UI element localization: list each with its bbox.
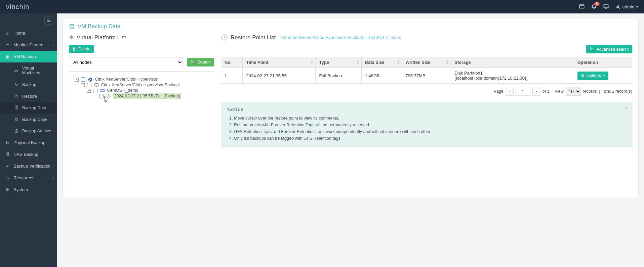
clock-icon [106,94,111,99]
sidebar-item-backup-copy[interactable]: ⧉Backup Copy‹ [0,114,57,125]
col-time[interactable]: Time Point▼ [243,57,316,68]
notice-panel: × Notice Move cursor over the restore po… [221,102,632,147]
notice-item: Move cursor over the restore point to vi… [234,115,626,122]
page-prev[interactable]: ‹ [506,87,514,96]
sort-icon: ▲▼ [356,60,359,65]
sort-icon: ▲▼ [446,60,449,65]
menu-icon: ⧉ [13,117,19,122]
platform-tree: − Citrix XenServer/Citrix Hypervisor − [69,71,214,192]
menu-icon: ↻ [13,82,19,87]
notifications-icon[interactable]: 5 [591,4,597,10]
svg-point-5 [617,5,618,7]
tree-checkbox[interactable] [99,94,104,98]
chevron-down-icon: ▾ [636,5,638,9]
topbar: vinchin 5 admin ▾ [0,0,644,13]
brand-logo: vinchin [6,3,29,11]
menu-icon: ▭ [5,42,10,47]
menu-icon: ✔ [5,164,10,169]
options-button[interactable]: ⚙Options▾ [577,72,608,80]
svg-rect-0 [579,5,584,8]
search-button[interactable]: 🔍Search [187,58,214,66]
page-title: VM Backup Data [69,23,632,30]
restore-point-title: 🕑Restore Point List Citrix XenServer/Cit… [221,34,632,41]
chevron-icon: ‹ [53,164,54,168]
menu-icon: 🗄 [13,129,19,133]
tree-node-platform[interactable]: − Citrix XenServer/Citrix Hypervisor − [75,76,210,101]
menu-icon: ⌂ [5,31,10,36]
col-no[interactable]: No. [221,57,243,68]
job-icon [94,83,99,87]
menu-icon: 🖥 [5,140,10,145]
sort-icon: ▲▼ [397,60,400,65]
menu-icon: ▣ [5,54,10,59]
chevron-down-icon: ▾ [603,74,605,77]
menu-icon: ▭ [13,68,19,73]
gear-icon: ⚙ [581,73,585,78]
col-operation: Operation [574,57,632,68]
sidebar-item-backup-data[interactable]: 🗄Backup Data [0,102,57,114]
page-size-select[interactable]: 10 [566,87,581,96]
sidebar-item-restore[interactable]: ↺Restore‹ [0,90,57,102]
sidebar-item-monitor-center[interactable]: ▭Monitor Center‹ [0,39,57,51]
search-icon: 🔍 [589,47,595,52]
user-menu[interactable]: admin ▾ [615,4,638,9]
sidebar-item-backup-archive[interactable]: 🗄Backup Archive‹ [0,125,57,137]
sidebar-item-backup[interactable]: ↻Backup [0,79,57,90]
menu-icon: 🗄 [5,152,10,157]
sidebar-item-resources[interactable]: 🗂Resources‹ [0,172,57,184]
notice-title: Notice [227,107,626,112]
menu-icon: ↺ [13,94,19,99]
sort-desc-icon: ▼ [311,61,314,63]
close-icon[interactable]: × [625,105,628,112]
tree-node-restore-point[interactable]: 2024-02-27 21:35:55 (Full_Backup) [93,93,210,99]
chevron-icon: ‹ [53,118,54,121]
chevron-icon: ‹ [53,188,54,191]
sidebar-item-vm-backup[interactable]: ▣VM Backup˅ [0,51,57,62]
tree-checkbox[interactable] [87,83,91,87]
chevron-icon: ˅ [52,55,54,58]
sidebar-item-system[interactable]: ⚙System‹ [0,184,57,195]
col-size[interactable]: Data Size▲▼ [361,57,402,68]
chevron-icon: ‹ [53,176,54,180]
search-icon: 🔍 [190,60,196,65]
monitor-icon[interactable] [603,4,609,10]
svg-rect-2 [604,5,608,8]
col-type[interactable]: Type▲▼ [316,57,361,68]
tree-checkbox[interactable] [93,89,97,93]
col-storage[interactable]: Storage [451,57,574,68]
pagination: Page ‹ › of 1 | View 10 records | Total … [221,87,632,96]
svg-rect-8 [95,84,98,86]
notice-item: Restore points with Forever Retention Ta… [234,122,626,128]
menu-icon: ⚙ [5,187,10,192]
delete-button[interactable]: 🗑Delete [69,45,94,53]
notice-item: GFS Retention Tags and Forever Retention… [234,128,626,135]
chevron-icon: ‹ [53,94,54,98]
sidebar-item-nas-backup[interactable]: 🗄NAS Backup‹ [0,148,57,160]
node-select[interactable]: All nodes [69,57,183,67]
page-input[interactable] [516,87,530,96]
svg-point-6 [70,24,74,26]
page-next[interactable]: › [532,87,540,96]
chevron-icon: ‹ [53,152,54,156]
col-written[interactable]: Written Size▲▼ [402,57,451,68]
table-row[interactable]: 1 2024-02-27 21:35:55 Full Backup 1.48GB… [221,68,632,84]
sidebar-item-virtual-machines[interactable]: ▭Virtual Machines [0,62,57,79]
tree-collapse-icon[interactable]: − [81,83,85,87]
vm-icon [100,88,105,93]
sidebar: ☰ ⌂Home▭Monitor Center‹▣VM Backup˅▭Virtu… [0,13,57,267]
sidebar-item-home[interactable]: ⌂Home [0,27,57,39]
chevron-icon: ‹ [53,141,54,144]
tree-collapse-icon[interactable]: − [75,78,79,82]
trash-icon: 🗑 [72,47,77,51]
chevron-icon: ‹ [53,43,54,47]
svg-rect-11 [101,90,104,91]
nav-icon-window[interactable] [579,4,585,10]
sidebar-toggle[interactable]: ☰ [44,16,53,25]
sidebar-item-backup-verification[interactable]: ✔Backup Verification‹ [0,160,57,172]
sidebar-item-physical-backup[interactable]: 🖥Physical Backup‹ [0,137,57,148]
advanced-search-button[interactable]: 🔍Advanced search [586,45,632,53]
tree-collapse-icon[interactable]: − [87,89,91,93]
tree-node-backup-job[interactable]: − Citrix XenServer/Citrix Hypervisor Bac… [81,82,210,101]
tree-checkbox[interactable] [81,77,85,82]
tree-node-vm[interactable]: − CentOS 7_demo [87,87,210,100]
